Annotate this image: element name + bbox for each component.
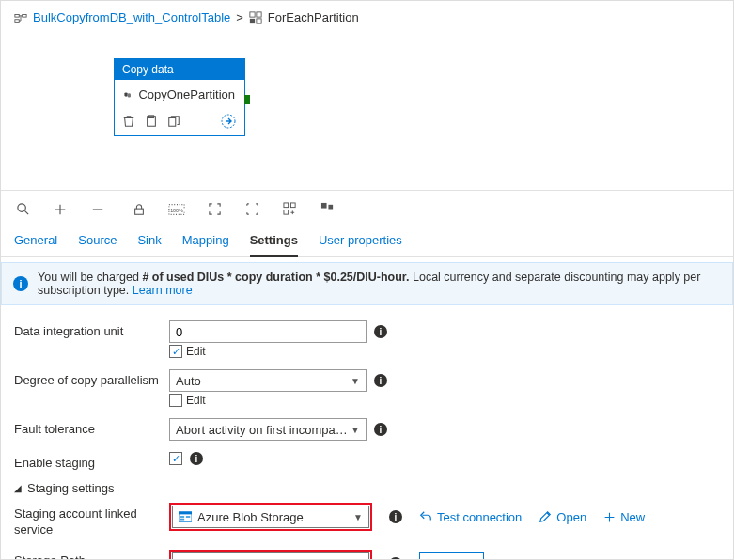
svg-rect-5 (250, 18, 255, 23)
fit-screen-icon[interactable] (206, 201, 223, 218)
svg-rect-21 (328, 205, 333, 210)
breadcrumb-current: ForEachPartition (268, 10, 359, 24)
diu-edit-checkbox[interactable] (169, 345, 182, 358)
svg-rect-19 (283, 210, 288, 214)
edit-label: Edit (186, 394, 206, 407)
svg-rect-20 (320, 203, 326, 209)
learn-more-link[interactable]: Learn more (133, 284, 193, 297)
enable-staging-checkbox[interactable] (169, 452, 182, 465)
svg-rect-14 (135, 209, 144, 214)
minus-icon[interactable] (89, 201, 106, 218)
test-connection-link[interactable]: Test connection (419, 510, 522, 524)
storage-path-label: Storage Path (14, 550, 169, 560)
svg-rect-0 (15, 14, 19, 17)
delete-icon[interactable] (122, 115, 135, 128)
info-icon[interactable]: i (374, 423, 387, 436)
pipeline-icon (14, 11, 27, 24)
billing-info-text: You will be charged # of used DIUs * cop… (38, 271, 721, 297)
diu-label: Data integration unit (14, 320, 169, 338)
foreach-icon (249, 11, 262, 24)
pipeline-canvas[interactable]: Copy data CopyOnePartition (1, 30, 733, 190)
svg-rect-17 (283, 203, 288, 208)
tab-sink[interactable]: Sink (137, 233, 161, 256)
activity-type-label: Copy data (115, 59, 244, 80)
highlight-box (169, 550, 372, 560)
highlight-box: Azure Blob Storage ▼ (169, 503, 372, 531)
activity-name: CopyOnePartition (138, 87, 235, 101)
fault-tolerance-select[interactable]: Abort activity on first incompatible row… (169, 418, 367, 441)
svg-rect-4 (257, 11, 261, 16)
linked-service-label: Staging account linked service (14, 503, 169, 538)
tab-settings[interactable]: Settings (250, 233, 298, 257)
storage-path-input[interactable] (172, 552, 369, 560)
svg-rect-11 (169, 118, 176, 127)
staging-settings-toggle[interactable]: ◢ Staging settings (14, 475, 720, 497)
chevron-down-icon: ▼ (353, 512, 363, 522)
svg-rect-23 (179, 512, 192, 515)
breadcrumb-separator: > (236, 10, 243, 24)
plus-icon (603, 511, 616, 523)
info-icon[interactable]: i (374, 325, 387, 338)
info-icon[interactable]: i (389, 510, 402, 523)
edit-icon (539, 510, 552, 523)
svg-rect-3 (250, 11, 255, 16)
svg-rect-18 (290, 203, 295, 208)
new-link[interactable]: New (603, 510, 645, 524)
info-icon[interactable]: i (374, 374, 387, 387)
search-icon[interactable] (14, 201, 31, 218)
canvas-toolbar: 100% (1, 190, 733, 220)
dcp-select[interactable]: Auto▼ (169, 369, 367, 392)
info-icon[interactable]: i (190, 452, 203, 465)
tab-general[interactable]: General (14, 233, 57, 256)
tab-user-properties[interactable]: User properties (319, 233, 402, 256)
billing-info-bar: i You will be charged # of used DIUs * c… (1, 262, 733, 305)
align-icon[interactable] (281, 201, 298, 218)
copy-activity-card[interactable]: Copy data CopyOnePartition (114, 58, 245, 136)
test-connection-icon (419, 510, 432, 523)
svg-rect-6 (257, 18, 261, 23)
linked-service-select[interactable]: Azure Blob Storage ▼ (172, 506, 369, 528)
svg-rect-25 (186, 516, 190, 518)
clipboard-icon[interactable] (145, 115, 158, 128)
fullscreen-icon[interactable] (243, 201, 260, 218)
browse-button[interactable]: Browse (419, 552, 484, 560)
layout-icon[interactable] (319, 201, 336, 218)
breadcrumb-parent-link[interactable]: BulkCopyfromDB_with_ControlTable (33, 10, 230, 24)
svg-text:100%: 100% (170, 207, 183, 212)
svg-point-13 (17, 204, 24, 211)
triangle-down-icon: ◢ (14, 483, 22, 493)
database-icon (124, 88, 131, 101)
chevron-down-icon: ▼ (351, 376, 360, 386)
fault-tolerance-label: Fault tolerance (14, 418, 169, 436)
settings-tabs: General Source Sink Mapping Settings Use… (1, 220, 733, 257)
dcp-edit-checkbox[interactable] (169, 394, 182, 407)
zoom-fit-icon[interactable]: 100% (168, 201, 185, 218)
svg-rect-1 (23, 14, 26, 17)
add-output-icon[interactable] (220, 113, 237, 130)
diu-input[interactable] (169, 320, 367, 343)
dcp-label: Degree of copy parallelism (14, 369, 169, 387)
chevron-down-icon: ▼ (351, 425, 360, 435)
settings-form: Data integration unit i Edit Degree of c… (1, 305, 733, 560)
blob-storage-icon (179, 511, 192, 522)
edit-label: Edit (186, 345, 206, 358)
plus-icon[interactable] (52, 201, 69, 218)
tab-source[interactable]: Source (78, 233, 117, 256)
connection-stub[interactable] (244, 95, 250, 104)
svg-rect-24 (180, 516, 184, 518)
svg-rect-2 (15, 19, 19, 22)
copy-icon[interactable] (167, 115, 180, 128)
info-icon: i (13, 276, 28, 291)
svg-rect-26 (180, 519, 184, 521)
lock-icon[interactable] (131, 201, 148, 218)
tab-mapping[interactable]: Mapping (182, 233, 229, 256)
breadcrumb: BulkCopyfromDB_with_ControlTable > ForEa… (1, 1, 733, 30)
open-link[interactable]: Open (539, 510, 586, 524)
enable-staging-label: Enable staging (14, 452, 169, 470)
